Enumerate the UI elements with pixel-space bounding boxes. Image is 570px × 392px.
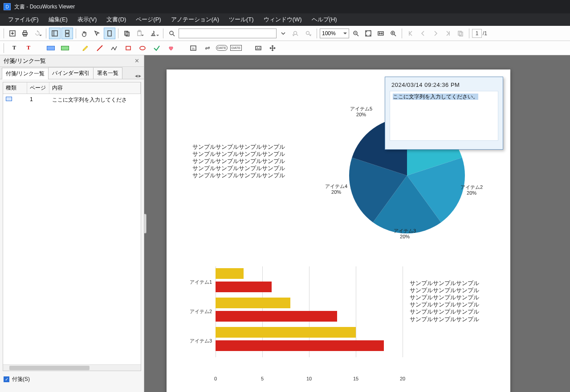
check-notes[interactable]: ✓付箋(S) [4,376,140,383]
note-icon [6,97,12,101]
menu-help[interactable]: ヘルプ(H) [307,14,342,25]
bar-x-tick: 5 [256,376,269,381]
tab-notes[interactable]: 付箋/リンク一覧 [2,68,49,79]
pie-label: アイテム2 20% [460,184,483,196]
app-icon: D [4,3,11,10]
zoom-select[interactable]: 100% [320,29,349,38]
menu-edit[interactable]: 編集(E) [44,14,72,25]
polyline-icon[interactable] [108,42,120,54]
print-icon[interactable] [19,28,31,39]
pie-label: アイテム5 20% [350,106,372,117]
menu-annotation[interactable]: アノテーション(A) [167,14,224,25]
move-icon[interactable] [267,42,278,54]
col-page[interactable]: ページ [27,82,49,94]
close-icon[interactable]: ✕ [133,57,140,65]
marker-green-icon[interactable] [151,42,163,54]
svg-rect-6 [65,30,69,33]
svg-text:31: 31 [192,47,195,50]
menu-window[interactable]: ウィンドウ(W) [259,14,306,25]
date-box-icon[interactable]: 31 [187,42,199,54]
col-type[interactable]: 種類 [3,82,27,94]
find-next-icon[interactable] [302,28,314,39]
list-h-scrollbar[interactable] [3,364,141,371]
side-tabs: 付箋/リンク一覧 バインダー索引 署名一覧 ◂▸ [0,67,144,79]
sticky-timestamp: 2024/03/14 09:24:36 PM [385,77,503,91]
page-current[interactable]: 1 [472,29,482,38]
menu-document[interactable]: 文書(D) [102,14,130,25]
link-icon[interactable] [202,42,213,54]
bar [216,311,337,322]
col-content[interactable]: 内容 [49,82,141,94]
hand-tool-icon[interactable] [79,28,90,39]
row-page: 1 [27,95,49,105]
note-blue-icon[interactable] [45,42,57,54]
side-panel: 付箋/リンク一覧 ✕ 付箋/リンク一覧 バインダー索引 署名一覧 ◂▸ 種類 ペ… [0,55,144,392]
row-content: ここに文字列を入力してくださ [49,95,141,105]
datestamp1-icon[interactable]: DATE [216,42,228,54]
infobar-toggle-icon[interactable] [49,28,61,39]
next-page-icon[interactable] [430,28,441,39]
document-viewer[interactable]: サンプルサンプルサンプルサンプル サンプルサンプルサンプルサンプル サンプルサン… [144,55,570,392]
sticky-body[interactable]: ここに文字列を入力してください。 [390,91,498,141]
copy-icon[interactable] [121,28,133,39]
list-item[interactable]: 1 ここに文字列を入力してくださ [3,94,141,106]
pages-icon[interactable] [455,28,466,39]
textbox-icon[interactable]: A4 [252,42,264,54]
menubar: ファイル(F) 編集(E) 表示(V) 文書(D) ページ(P) アノテーション… [0,13,570,26]
bar [216,298,290,308]
svg-line-14 [173,34,175,36]
list-header: 種類 ページ 内容 [3,82,141,94]
stamp-menu-icon[interactable] [146,28,160,39]
svg-line-19 [357,34,358,36]
fit-page-icon[interactable] [362,28,374,39]
page-indicator: 1 /1 [472,29,487,38]
rotate-icon[interactable] [32,28,43,39]
svg-rect-29 [126,46,130,50]
highlighter-icon[interactable] [80,42,91,54]
fit-width-icon[interactable] [375,28,387,39]
menu-view[interactable]: 表示(V) [73,14,101,25]
note-green-icon[interactable] [59,42,71,54]
last-page-icon[interactable] [442,28,454,39]
text-annot-icon[interactable]: T [8,42,20,54]
find-prev-icon[interactable] [290,28,301,39]
page-tool-icon[interactable] [104,28,115,39]
sticky-text: ここに文字列を入力してください。 [393,94,478,100]
pie-label: アイテム4 20% [325,184,347,195]
splitter-handle[interactable] [144,214,147,233]
menu-page[interactable]: ページ(P) [131,14,165,25]
continuous-view-icon[interactable] [61,28,73,39]
bar [216,327,356,338]
select-tool-icon[interactable] [91,28,103,39]
datestamp2-icon[interactable]: DATE [230,42,242,54]
zoom-out-icon[interactable] [350,28,362,39]
sample-text-2: サンプルサンプルサンプル サンプルサンプルサンプル サンプルサンプルサンプル サ… [410,280,479,323]
first-page-icon[interactable] [405,28,416,39]
titlebar: D 文書 - DocuWorks Viewer [0,0,570,13]
line-red-icon[interactable] [94,42,106,54]
tab-scroll-left-icon[interactable]: ◂ [135,73,138,79]
text-annot-red-icon[interactable]: T [23,42,34,54]
save-icon[interactable] [7,28,18,39]
tab-binder[interactable]: バインダー索引 [48,67,94,79]
zoom-in-icon[interactable] [387,28,399,39]
ellipse-annot-icon[interactable] [137,42,148,54]
bar [216,282,272,292]
toolbar-annotation: T T 31 DATE DATE A4 [0,41,570,55]
menu-file[interactable]: ファイル(F) [4,14,43,25]
paste-icon[interactable] [134,28,145,39]
stamp-heart-icon[interactable] [165,42,177,54]
page-canvas: サンプルサンプルサンプルサンプル サンプルサンプルサンプルサンプル サンプルサン… [167,69,510,392]
svg-rect-2 [24,31,26,33]
search-dropdown-icon[interactable] [277,28,289,39]
search-input[interactable] [179,29,277,38]
tab-scroll-right-icon[interactable]: ▸ [138,73,141,79]
sticky-note[interactable]: 2024/03/14 09:24:36 PM ここに文字列を入力してください。 [385,77,503,150]
menu-tool[interactable]: ツール(T) [224,14,258,25]
bar-category-label: アイテム3 [180,338,212,344]
tab-sign[interactable]: 署名一覧 [93,67,122,79]
notes-list: 種類 ページ 内容 1 ここに文字列を入力してくださ [3,82,141,371]
rect-annot-icon[interactable] [122,42,134,54]
search-icon[interactable] [166,28,178,39]
prev-page-icon[interactable] [417,28,429,39]
